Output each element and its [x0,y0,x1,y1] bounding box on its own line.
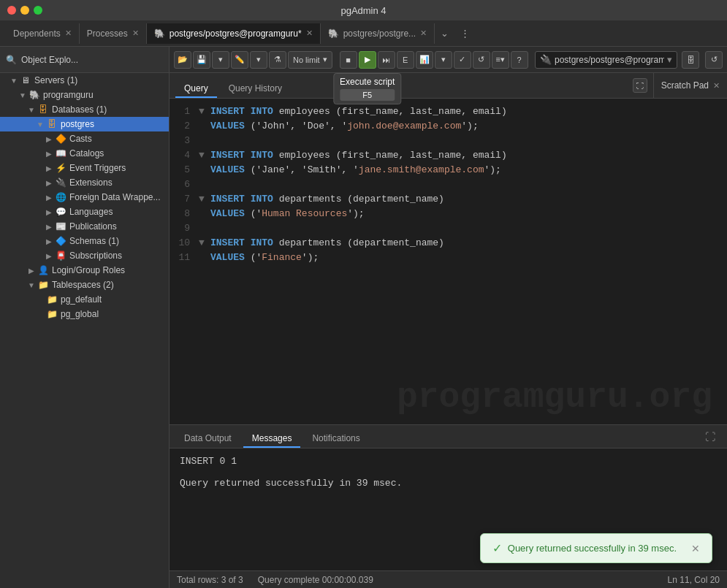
sidebar-item-label: Schemas (1) [69,236,119,246]
stop-button[interactable]: ■ [340,51,357,69]
sidebar-item-publications[interactable]: ▶ 📰 Publications [0,219,169,234]
code-line-4: 4 ▼ INSERT INTO employees (first_name, l… [170,148,727,163]
text: (' [251,208,262,219]
tab-more-button[interactable]: ⌄ [435,28,454,39]
expand-panel-button[interactable]: ⛶ [699,431,721,443]
line-content: VALUES ('Jane', 'Smith', 'jane.smith@exa… [210,163,501,177]
minimize-light[interactable] [20,6,29,15]
sidebar-item-casts[interactable]: ▶ 🔶 Casts [0,131,169,146]
text: '); [484,164,501,175]
sidebar-item-databases[interactable]: ▼ 🗄 Databases (1) [0,102,169,117]
sidebar-item-pg-default[interactable]: 📁 pg_default [0,292,169,307]
graph-dropdown-button[interactable]: ▾ [435,51,452,69]
tab-label: postgres/postgre... [343,28,416,39]
save-button[interactable]: 💾 [193,51,210,69]
execute-button[interactable]: ▶ [359,51,376,69]
tab-dependents[interactable]: Dependents ✕ [6,23,80,44]
tab-query-2[interactable]: 🐘 postgres/postgre... ✕ [321,23,435,44]
text: departments (department_name) [279,237,444,248]
close-icon[interactable]: ✕ [420,28,427,38]
tab-processes[interactable]: Processes ✕ [80,23,147,44]
tab-data-output[interactable]: Data Output [175,430,240,448]
expand-arrow: ▶ [26,267,37,275]
scratch-pad-close-icon[interactable]: ✕ [713,81,720,91]
keyword: INTO [251,194,273,205]
toast-close-button[interactable]: ✕ [691,543,700,554]
sidebar-item-event-triggers[interactable]: ▶ ⚡ Event Triggers [0,161,169,175]
commit-button[interactable]: ✓ [454,51,471,69]
close-icon[interactable]: ✕ [65,28,72,38]
close-icon[interactable]: ✕ [132,28,139,38]
analyze-button[interactable]: E [397,51,414,69]
sidebar-item-pg-global[interactable]: 📁 pg_global [0,307,169,321]
sidebar-item-schemas[interactable]: ▶ 🔷 Schemas (1) [0,234,169,248]
languages-icon: 💬 [54,207,67,217]
open-file-button[interactable]: 📂 [174,51,191,69]
line-number: 3 [170,134,199,148]
text: employees (first_name, last_name, email) [279,106,507,117]
line-content: INSERT INTO departments (department_name… [210,236,444,251]
sidebar-item-postgres[interactable]: ▼ 🗄 postgres [0,117,169,131]
help-button[interactable]: ? [511,51,528,69]
sidebar-item-languages[interactable]: ▶ 💬 Languages [0,205,169,219]
keyword: VALUES [210,252,245,263]
tab-label: Dependents [13,28,61,39]
scratch-pad-label: Scratch Pad [661,80,709,91]
sidebar-title: Object Explo... [21,55,78,65]
server-icon: 🖥 [19,75,32,85]
db-connect-button[interactable]: 🗄 [682,51,699,69]
text: (' [251,252,262,263]
postgres-icon: 🗄 [45,119,58,129]
code-editor[interactable]: 1 ▼ INSERT INTO employees (first_name, l… [170,99,727,424]
rollback-button[interactable]: ↺ [473,51,490,69]
sidebar-item-servers[interactable]: ▼ 🖥 Servers (1) [0,73,169,88]
scratch-pad-tab[interactable]: Scratch Pad ✕ [653,73,727,98]
tab-notifications[interactable]: Notifications [303,430,368,448]
line-number: 5 [170,163,199,177]
filter-button[interactable]: ⚗ [269,51,286,69]
sidebar-item-programguru[interactable]: ▼ 🐘 programguru [0,88,169,102]
tab-label: Query History [229,83,282,93]
explain-button[interactable]: ⏭ [378,51,395,69]
tab-messages[interactable]: Messages [243,430,301,448]
object-explorer-icon: 🔍 [6,55,17,65]
expand-arrow: ▶ [44,252,54,260]
expand-arrow: ▼ [9,77,19,85]
schemas-icon: 🔷 [54,236,67,246]
keyword: VALUES [210,164,245,175]
tabbar: Dependents ✕ Processes ✕ 🐘 postgres/post… [0,20,727,47]
sidebar-item-subscriptions[interactable]: ▶ 📮 Subscriptions [0,248,169,263]
macro-button[interactable]: ≡▾ [492,51,509,69]
no-limit-dropdown[interactable]: No limit ▾ [288,51,332,69]
tab-query-active[interactable]: 🐘 postgres/postgres@programguru* ✕ [147,23,321,44]
line-fold-arrow: ▼ [199,192,210,207]
tab-options-button[interactable]: ⋮ [454,28,476,39]
sidebar-item-tablespaces[interactable]: ▼ 📁 Tablespaces (2) [0,278,169,292]
sidebar-item-catalogs[interactable]: ▶ 📖 Catalogs [0,146,169,161]
keyword: INTO [251,106,273,117]
casts-icon: 🔶 [54,134,67,144]
tab-query[interactable]: Query [175,80,217,98]
edit-button[interactable]: ✏️ [231,51,248,69]
code-line-2: 2 VALUES ('John', 'Doe', 'john.doe@examp… [170,119,727,134]
sidebar-item-extensions[interactable]: ▶ 🔌 Extensions [0,175,169,190]
close-light[interactable] [7,6,16,15]
main-layout: 🔍 Object Explo... ▼ 🖥 Servers (1) ▼ 🐘 pr… [0,47,727,588]
sidebar-item-label: programguru [43,90,94,100]
code-line-10: 10 ▼ INSERT INTO departments (department… [170,236,727,251]
message-line-1: INSERT 0 1 [180,456,717,467]
refresh-button[interactable]: ↺ [705,51,723,69]
maximize-light[interactable] [34,6,42,15]
save-dropdown-button[interactable]: ▾ [212,51,229,69]
sidebar-item-label: Subscriptions [69,251,122,261]
close-icon[interactable]: ✕ [306,28,313,38]
tab-label: Messages [252,433,292,443]
code-line-7: 7 ▼ INSERT INTO departments (department_… [170,192,727,207]
sidebar-item-login-roles[interactable]: ▶ 👤 Login/Group Roles [0,263,169,278]
graph-button[interactable]: 📊 [416,51,433,69]
expand-editor-button[interactable]: ⛶ [633,78,647,93]
connection-input[interactable] [555,55,664,65]
edit-dropdown-button[interactable]: ▾ [250,51,267,69]
sidebar-item-fdw[interactable]: ▶ 🌐 Foreign Data Wrappe... [0,190,169,205]
tab-query-history[interactable]: Query History [220,80,291,98]
